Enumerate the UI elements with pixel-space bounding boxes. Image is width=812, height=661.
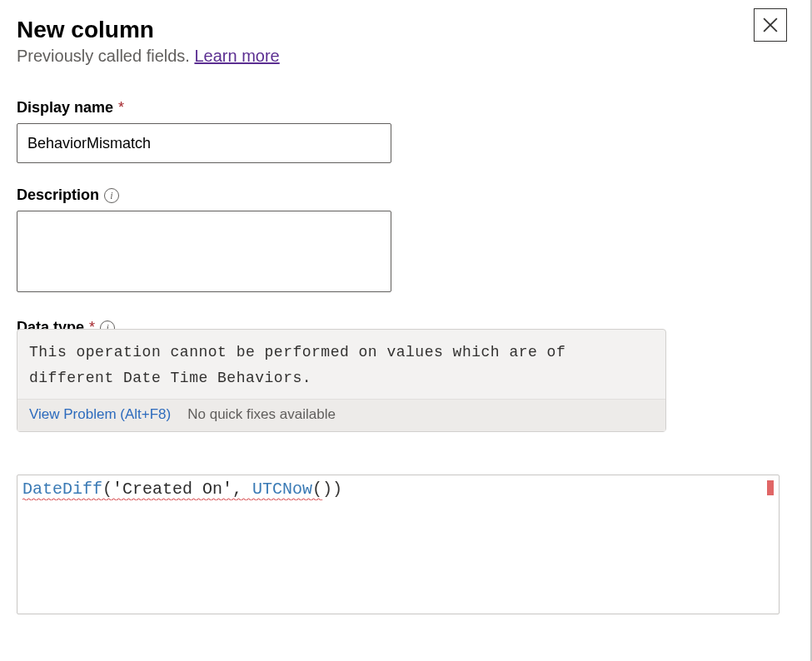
- page-subtitle: Previously called fields. Learn more: [17, 47, 794, 66]
- problem-tooltip: This operation cannot be performed on va…: [17, 329, 666, 432]
- learn-more-link[interactable]: Learn more: [194, 47, 279, 65]
- token-fn-datediff: DateDiff: [22, 480, 102, 499]
- required-asterisk: *: [118, 99, 124, 117]
- token-arg-createdon: 'Created On': [112, 480, 232, 499]
- close-button[interactable]: [754, 8, 787, 42]
- view-problem-link[interactable]: View Problem (Alt+F8): [29, 406, 171, 423]
- subtitle-text: Previously called fields.: [17, 47, 194, 65]
- display-name-input[interactable]: [17, 123, 391, 163]
- description-label: Description: [17, 186, 99, 204]
- display-name-label: Display name: [17, 99, 113, 117]
- token-paren: (: [102, 480, 112, 499]
- minimap-error-marker: [767, 480, 774, 495]
- token-fn-utcnow: UTCNow: [252, 480, 312, 499]
- description-input[interactable]: [17, 211, 391, 292]
- token-close: )): [322, 480, 342, 499]
- page-title: New column: [17, 17, 794, 43]
- info-icon[interactable]: i: [104, 188, 119, 203]
- no-quick-fix-text: No quick fixes available: [187, 406, 336, 423]
- close-icon: [763, 17, 778, 32]
- formula-editor[interactable]: DateDiff('Created On', UTCNow()): [17, 475, 780, 614]
- problem-message: This operation cannot be performed on va…: [17, 330, 665, 399]
- token-paren: (: [312, 480, 322, 499]
- token-comma: ,: [232, 480, 252, 499]
